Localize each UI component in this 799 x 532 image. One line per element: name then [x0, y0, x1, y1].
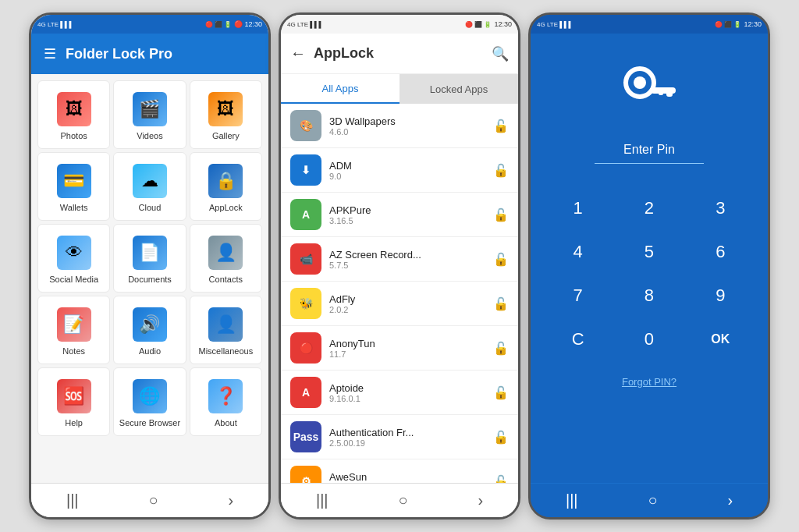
tab-all[interactable]: All Apps: [281, 74, 400, 104]
app-row-aptoide[interactable]: AAptoide9.16.0.1🔓: [281, 371, 518, 415]
grid-item-wallets[interactable]: 💳Wallets: [37, 152, 110, 221]
app-row-anonytun[interactable]: 🔴AnonyTun11.7🔓: [281, 326, 518, 371]
time-1: 🔴 12:30: [234, 20, 262, 28]
status-right-3: 🔴 ⬛ 🔋 12:30: [715, 20, 762, 28]
app-icon-adm: ⬇: [290, 154, 321, 186]
wallets-label: Wallets: [60, 203, 88, 212]
app-title-1: Folder Lock Pro: [66, 46, 172, 62]
status-left: 4G LTE ▌▌▌: [37, 21, 73, 28]
grid-item-cloud[interactable]: ☁Cloud: [113, 152, 186, 221]
phone-applock: 4G LTE ▌▌▌ 🔴 ⬛ 🔋 12:30 ← AppLock 🔍 All A…: [279, 12, 520, 520]
nav-home-2[interactable]: ○: [398, 491, 407, 509]
lock-icon-apkpure: 🔓: [493, 207, 509, 222]
app-header-2: ← AppLock 🔍: [281, 34, 518, 74]
pin-underline: [595, 163, 704, 164]
app-row-auth[interactable]: PassAuthentication Fr...2.5.00.19🔓: [281, 415, 518, 459]
grid-item-notes[interactable]: 📝Notes: [37, 296, 110, 364]
nav-back-3[interactable]: |||: [566, 491, 578, 509]
gallery-label: Gallery: [212, 131, 240, 140]
status-bar-2: 4G LTE ▌▌▌ 🔴 ⬛ 🔋 12:30: [281, 15, 518, 34]
app-list: 🎨3D Wallpapers4.6.0🔓⬇ADM9.0🔓AAPKPure3.16…: [281, 104, 518, 483]
app-info-apkpure: APKPure3.16.5: [329, 204, 485, 225]
app-icon-apkpure: A: [290, 199, 321, 230]
browser-icon: 🌐: [133, 379, 167, 413]
lock-icon-adfly: 🔓: [493, 296, 509, 311]
key-k9[interactable]: 9: [686, 275, 755, 317]
app-row-awesun[interactable]: ⚙AweSun1.1.06378🔓: [281, 459, 518, 483]
hamburger-icon[interactable]: ☰: [44, 45, 56, 62]
nav-back-2[interactable]: |||: [316, 491, 328, 509]
key-icon: [614, 57, 684, 127]
nav-home-3[interactable]: ○: [648, 491, 657, 509]
applock-icon: 🔒: [208, 164, 243, 198]
nav-recent-2[interactable]: ›: [478, 491, 483, 509]
key-k4[interactable]: 4: [543, 231, 613, 273]
app-row-azscreen[interactable]: 📹AZ Screen Record...5.7.5🔓: [281, 237, 518, 282]
about-label: About: [215, 418, 237, 427]
nav-home-1[interactable]: ○: [148, 491, 158, 509]
grid-item-applock[interactable]: 🔒AppLock: [190, 152, 262, 221]
app-title-2: AppLock: [314, 45, 484, 62]
help-icon: 🆘: [57, 379, 91, 413]
applock-label: AppLock: [209, 203, 243, 212]
photos-icon: 🖼: [57, 92, 91, 126]
grid-item-audio[interactable]: 🔊Audio: [113, 296, 186, 364]
app-icon-auth: Pass: [290, 421, 321, 452]
grid-item-help[interactable]: 🆘Help: [37, 367, 110, 436]
grid-item-about[interactable]: ❓About: [190, 367, 262, 436]
tab-locked[interactable]: Locked Apps: [400, 74, 518, 104]
app-version-aptoide: 9.16.0.1: [329, 394, 485, 403]
svg-rect-4: [659, 87, 663, 95]
nav-back-1[interactable]: |||: [66, 491, 79, 509]
key-k0[interactable]: 0: [614, 318, 684, 360]
status-bar-1: 4G LTE ▌▌▌ 🔴 ⬛ 🔋 🔴 12:30: [31, 15, 268, 34]
search-button[interactable]: 🔍: [492, 45, 509, 62]
nav-recent-1[interactable]: ›: [228, 491, 233, 509]
tabs-row: All AppsLocked Apps: [281, 74, 518, 104]
key-k3[interactable]: 3: [686, 187, 755, 229]
app-body-1: 🖼Photos🎬Videos🖼Gallery💳Wallets☁Cloud🔒App…: [31, 74, 268, 483]
status-bar-3: 4G LTE ▌▌▌ 🔴 ⬛ 🔋 12:30: [531, 15, 768, 34]
svg-point-1: [634, 76, 646, 89]
grid-item-social[interactable]: 👁Social Media: [37, 224, 110, 293]
grid-item-photos[interactable]: 🖼Photos: [37, 80, 110, 149]
key-k6[interactable]: 6: [686, 231, 755, 273]
app-info-adfly: AdFly2.0.2: [329, 293, 485, 314]
enter-pin-label: Enter Pin: [623, 143, 675, 157]
videos-label: Videos: [137, 131, 162, 140]
key-k5[interactable]: 5: [614, 231, 684, 273]
lock-icon-azscreen: 🔓: [493, 252, 509, 267]
nav-recent-3[interactable]: ›: [727, 491, 733, 509]
app-row-adfly[interactable]: 🐝AdFly2.0.2🔓: [281, 282, 518, 326]
app-name-adm: ADM: [329, 160, 485, 172]
app-row-wallpapers[interactable]: 🎨3D Wallpapers4.6.0🔓: [281, 104, 518, 148]
grid-item-gallery[interactable]: 🖼Gallery: [190, 80, 262, 149]
contacts-label: Contacts: [209, 275, 243, 284]
app-row-apkpure[interactable]: AAPKPure3.16.5🔓: [281, 193, 518, 237]
grid-item-misc[interactable]: 👤Miscellaneous: [190, 296, 262, 364]
app-name-anonytun: AnonyTun: [329, 338, 485, 349]
grid-item-docs[interactable]: 📄Documents: [113, 224, 186, 293]
key-k7[interactable]: 7: [543, 275, 613, 317]
key-k2[interactable]: 2: [614, 187, 684, 229]
grid-item-browser[interactable]: 🌐Secure Browser: [113, 367, 186, 436]
app-info-auth: Authentication Fr...2.5.00.19: [329, 427, 485, 448]
app-row-adm[interactable]: ⬇ADM9.0🔓: [281, 148, 518, 193]
keypad: 123456789C0OK: [543, 187, 755, 360]
icons-right: 🔴 ⬛ 🔋: [205, 21, 232, 28]
app-name-aptoide: Aptoide: [329, 382, 485, 394]
app-version-adm: 9.0: [329, 172, 485, 181]
key-kok[interactable]: OK: [686, 318, 755, 360]
svg-rect-3: [666, 87, 673, 97]
app-version-adfly: 2.0.2: [329, 305, 485, 314]
grid-item-videos[interactable]: 🎬Videos: [113, 80, 186, 149]
lock-icon-awesun: 🔓: [493, 474, 509, 484]
back-button[interactable]: ←: [290, 44, 306, 62]
grid-item-contacts[interactable]: 👤Contacts: [190, 224, 262, 293]
app-header-1: ☰ Folder Lock Pro: [31, 34, 268, 74]
forgot-pin-link[interactable]: Forgot PIN?: [622, 376, 676, 388]
key-kc[interactable]: C: [543, 318, 613, 360]
signal-2: 4G LTE ▌▌▌: [287, 21, 323, 28]
key-k1[interactable]: 1: [543, 187, 613, 229]
key-k8[interactable]: 8: [614, 275, 684, 317]
